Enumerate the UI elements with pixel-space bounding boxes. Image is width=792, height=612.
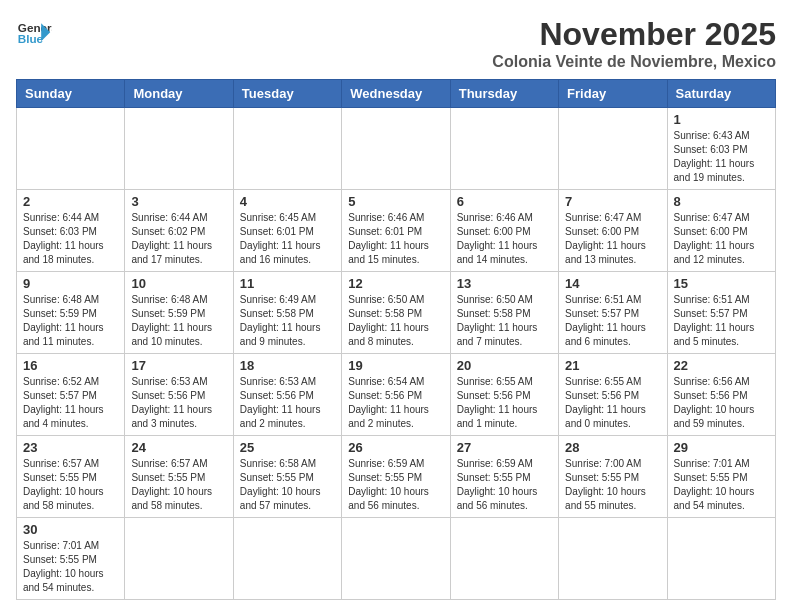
day-number: 8 [674, 194, 769, 209]
day-cell: 9Sunrise: 6:48 AM Sunset: 5:59 PM Daylig… [17, 272, 125, 354]
day-cell [342, 518, 450, 600]
day-info: Sunrise: 6:46 AM Sunset: 6:00 PM Dayligh… [457, 211, 552, 267]
day-info: Sunrise: 6:57 AM Sunset: 5:55 PM Dayligh… [23, 457, 118, 513]
day-number: 28 [565, 440, 660, 455]
day-info: Sunrise: 6:47 AM Sunset: 6:00 PM Dayligh… [674, 211, 769, 267]
day-cell: 6Sunrise: 6:46 AM Sunset: 6:00 PM Daylig… [450, 190, 558, 272]
day-cell: 20Sunrise: 6:55 AM Sunset: 5:56 PM Dayli… [450, 354, 558, 436]
day-info: Sunrise: 6:52 AM Sunset: 5:57 PM Dayligh… [23, 375, 118, 431]
day-info: Sunrise: 6:56 AM Sunset: 5:56 PM Dayligh… [674, 375, 769, 431]
day-header-thursday: Thursday [450, 80, 558, 108]
week-row-1: 1Sunrise: 6:43 AM Sunset: 6:03 PM Daylig… [17, 108, 776, 190]
day-cell: 19Sunrise: 6:54 AM Sunset: 5:56 PM Dayli… [342, 354, 450, 436]
day-info: Sunrise: 6:57 AM Sunset: 5:55 PM Dayligh… [131, 457, 226, 513]
day-cell: 1Sunrise: 6:43 AM Sunset: 6:03 PM Daylig… [667, 108, 775, 190]
calendar-table: SundayMondayTuesdayWednesdayThursdayFrid… [16, 79, 776, 600]
day-header-row: SundayMondayTuesdayWednesdayThursdayFrid… [17, 80, 776, 108]
day-number: 9 [23, 276, 118, 291]
day-cell: 23Sunrise: 6:57 AM Sunset: 5:55 PM Dayli… [17, 436, 125, 518]
day-cell [667, 518, 775, 600]
day-cell: 10Sunrise: 6:48 AM Sunset: 5:59 PM Dayli… [125, 272, 233, 354]
day-cell: 15Sunrise: 6:51 AM Sunset: 5:57 PM Dayli… [667, 272, 775, 354]
day-cell [125, 108, 233, 190]
day-number: 21 [565, 358, 660, 373]
day-number: 29 [674, 440, 769, 455]
day-info: Sunrise: 6:55 AM Sunset: 5:56 PM Dayligh… [565, 375, 660, 431]
day-info: Sunrise: 6:49 AM Sunset: 5:58 PM Dayligh… [240, 293, 335, 349]
day-info: Sunrise: 6:51 AM Sunset: 5:57 PM Dayligh… [565, 293, 660, 349]
day-number: 6 [457, 194, 552, 209]
day-cell: 11Sunrise: 6:49 AM Sunset: 5:58 PM Dayli… [233, 272, 341, 354]
day-header-friday: Friday [559, 80, 667, 108]
day-number: 30 [23, 522, 118, 537]
day-cell: 4Sunrise: 6:45 AM Sunset: 6:01 PM Daylig… [233, 190, 341, 272]
day-cell [559, 518, 667, 600]
day-number: 11 [240, 276, 335, 291]
day-info: Sunrise: 6:44 AM Sunset: 6:03 PM Dayligh… [23, 211, 118, 267]
day-cell: 13Sunrise: 6:50 AM Sunset: 5:58 PM Dayli… [450, 272, 558, 354]
day-cell [342, 108, 450, 190]
day-cell [450, 518, 558, 600]
location-title: Colonia Veinte de Noviembre, Mexico [492, 53, 776, 71]
day-info: Sunrise: 6:50 AM Sunset: 5:58 PM Dayligh… [457, 293, 552, 349]
day-number: 18 [240, 358, 335, 373]
week-row-4: 16Sunrise: 6:52 AM Sunset: 5:57 PM Dayli… [17, 354, 776, 436]
day-number: 14 [565, 276, 660, 291]
day-info: Sunrise: 6:47 AM Sunset: 6:00 PM Dayligh… [565, 211, 660, 267]
day-cell: 29Sunrise: 7:01 AM Sunset: 5:55 PM Dayli… [667, 436, 775, 518]
day-cell [233, 518, 341, 600]
day-number: 23 [23, 440, 118, 455]
day-header-wednesday: Wednesday [342, 80, 450, 108]
logo: General Blue [16, 16, 52, 52]
svg-text:Blue: Blue [18, 32, 44, 45]
day-number: 1 [674, 112, 769, 127]
day-cell: 3Sunrise: 6:44 AM Sunset: 6:02 PM Daylig… [125, 190, 233, 272]
day-number: 15 [674, 276, 769, 291]
day-cell [559, 108, 667, 190]
day-cell: 16Sunrise: 6:52 AM Sunset: 5:57 PM Dayli… [17, 354, 125, 436]
day-cell: 17Sunrise: 6:53 AM Sunset: 5:56 PM Dayli… [125, 354, 233, 436]
day-cell: 21Sunrise: 6:55 AM Sunset: 5:56 PM Dayli… [559, 354, 667, 436]
day-info: Sunrise: 6:48 AM Sunset: 5:59 PM Dayligh… [131, 293, 226, 349]
day-info: Sunrise: 6:50 AM Sunset: 5:58 PM Dayligh… [348, 293, 443, 349]
day-cell: 30Sunrise: 7:01 AM Sunset: 5:55 PM Dayli… [17, 518, 125, 600]
day-info: Sunrise: 6:53 AM Sunset: 5:56 PM Dayligh… [131, 375, 226, 431]
logo-icon: General Blue [16, 16, 52, 52]
day-number: 25 [240, 440, 335, 455]
day-number: 20 [457, 358, 552, 373]
day-header-tuesday: Tuesday [233, 80, 341, 108]
day-info: Sunrise: 6:43 AM Sunset: 6:03 PM Dayligh… [674, 129, 769, 185]
day-number: 24 [131, 440, 226, 455]
day-number: 19 [348, 358, 443, 373]
day-cell: 24Sunrise: 6:57 AM Sunset: 5:55 PM Dayli… [125, 436, 233, 518]
day-info: Sunrise: 6:54 AM Sunset: 5:56 PM Dayligh… [348, 375, 443, 431]
day-number: 17 [131, 358, 226, 373]
day-number: 4 [240, 194, 335, 209]
day-cell [233, 108, 341, 190]
day-number: 26 [348, 440, 443, 455]
title-area: November 2025 Colonia Veinte de Noviembr… [492, 16, 776, 71]
day-cell: 2Sunrise: 6:44 AM Sunset: 6:03 PM Daylig… [17, 190, 125, 272]
day-info: Sunrise: 6:45 AM Sunset: 6:01 PM Dayligh… [240, 211, 335, 267]
day-info: Sunrise: 6:44 AM Sunset: 6:02 PM Dayligh… [131, 211, 226, 267]
day-number: 12 [348, 276, 443, 291]
day-info: Sunrise: 6:53 AM Sunset: 5:56 PM Dayligh… [240, 375, 335, 431]
day-number: 27 [457, 440, 552, 455]
day-number: 2 [23, 194, 118, 209]
day-info: Sunrise: 7:00 AM Sunset: 5:55 PM Dayligh… [565, 457, 660, 513]
day-cell: 7Sunrise: 6:47 AM Sunset: 6:00 PM Daylig… [559, 190, 667, 272]
day-number: 16 [23, 358, 118, 373]
day-cell: 8Sunrise: 6:47 AM Sunset: 6:00 PM Daylig… [667, 190, 775, 272]
day-info: Sunrise: 7:01 AM Sunset: 5:55 PM Dayligh… [23, 539, 118, 595]
day-info: Sunrise: 6:59 AM Sunset: 5:55 PM Dayligh… [348, 457, 443, 513]
day-cell: 27Sunrise: 6:59 AM Sunset: 5:55 PM Dayli… [450, 436, 558, 518]
day-info: Sunrise: 6:46 AM Sunset: 6:01 PM Dayligh… [348, 211, 443, 267]
day-info: Sunrise: 6:59 AM Sunset: 5:55 PM Dayligh… [457, 457, 552, 513]
day-info: Sunrise: 6:55 AM Sunset: 5:56 PM Dayligh… [457, 375, 552, 431]
day-info: Sunrise: 6:51 AM Sunset: 5:57 PM Dayligh… [674, 293, 769, 349]
day-number: 3 [131, 194, 226, 209]
day-info: Sunrise: 6:48 AM Sunset: 5:59 PM Dayligh… [23, 293, 118, 349]
week-row-3: 9Sunrise: 6:48 AM Sunset: 5:59 PM Daylig… [17, 272, 776, 354]
day-cell [125, 518, 233, 600]
day-number: 22 [674, 358, 769, 373]
